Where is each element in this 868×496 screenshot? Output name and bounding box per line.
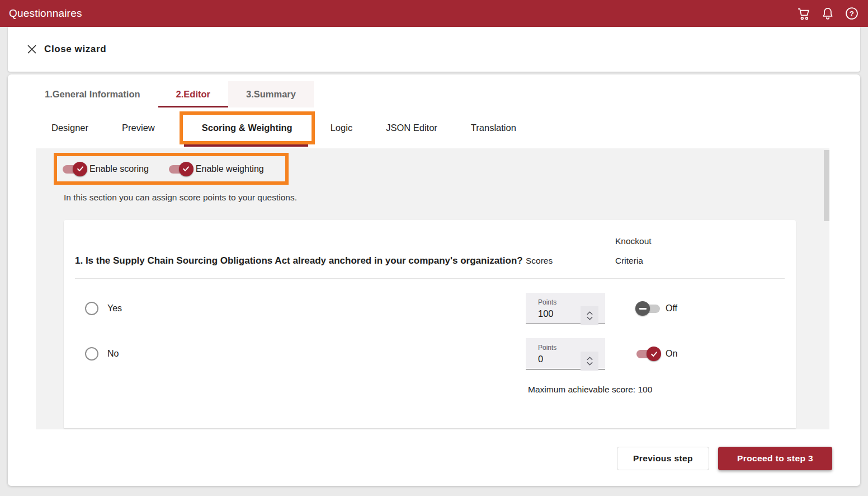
help-icon[interactable]: ? [844, 6, 859, 21]
knockout-toggle-yes[interactable]: Off [615, 303, 796, 313]
radio-option-yes[interactable]: Yes [75, 302, 526, 315]
wizard-panel: 1.General Information 2.Editor 3.Summary… [8, 74, 860, 486]
svg-text:?: ? [850, 10, 854, 18]
toggle-off-icon [636, 303, 660, 313]
question-card-header: 1. Is the Supply Chain Sourcing Obligati… [75, 231, 785, 278]
close-wizard-button[interactable]: Close wizard [27, 44, 106, 55]
points-stepper[interactable] [581, 352, 598, 371]
enable-scoring-toggle[interactable]: Enable scoring [63, 164, 149, 174]
step-tab-summary[interactable]: 3.Summary [228, 81, 314, 107]
radio-option-no[interactable]: No [75, 347, 526, 361]
option-row-yes: Yes Points 100 Off [75, 293, 785, 324]
radio-unchecked-icon [85, 347, 98, 361]
points-stepper[interactable] [581, 306, 598, 325]
wizard-header-bar: Close wizard [8, 27, 860, 72]
toggle-on-icon [636, 349, 660, 359]
close-icon [27, 44, 37, 54]
option-label: Yes [107, 303, 122, 313]
scores-column-header: Scores [526, 251, 579, 270]
knockout-state-label: On [666, 349, 677, 359]
section-description: In this section you can assign score poi… [64, 193, 829, 203]
close-wizard-label: Close wizard [44, 44, 106, 55]
editor-tabs: Designer Preview Scoring & Weighting Log… [8, 107, 860, 148]
points-input-yes[interactable]: Points 100 [526, 293, 605, 324]
tab-translation[interactable]: Translation [462, 115, 525, 141]
bell-icon[interactable] [820, 6, 835, 21]
previous-step-button[interactable]: Previous step [617, 447, 709, 470]
knockout-state-label: Off [666, 303, 677, 313]
points-field-label: Points [538, 298, 601, 306]
tab-scoring-weighting[interactable]: Scoring & Weighting [180, 111, 315, 144]
page-title: Questionnaires [9, 7, 82, 20]
proceed-to-step-3-button[interactable]: Proceed to step 3 [718, 447, 832, 470]
toggle-on-icon [169, 164, 192, 174]
radio-unchecked-icon [85, 302, 98, 315]
points-field-label: Points [538, 344, 601, 352]
tab-json-editor[interactable]: JSON Editor [377, 115, 446, 141]
enable-weighting-label: Enable weighting [196, 164, 264, 174]
step-tab-editor[interactable]: 2.Editor [158, 81, 228, 107]
max-score-text: Maximum achievable score: 100 [526, 385, 785, 395]
header-divider [75, 278, 785, 279]
wizard-steps: 1.General Information 2.Editor 3.Summary [8, 74, 860, 107]
step-tab-general-information[interactable]: 1.General Information [27, 81, 158, 107]
question-title: 1. Is the Supply Chain Sourcing Obligati… [75, 251, 526, 270]
option-row-no: No Points 0 On [75, 338, 785, 369]
toggle-on-icon [63, 164, 86, 174]
points-input-no[interactable]: Points 0 [526, 338, 605, 369]
enable-scoring-label: Enable scoring [89, 164, 149, 174]
wizard-footer: Previous step Proceed to step 3 [8, 429, 860, 470]
enable-weighting-toggle[interactable]: Enable weighting [169, 164, 264, 174]
scoring-content-area: Enable scoring Enable weighting In this … [36, 148, 829, 429]
app-bar: Questionnaires ? [0, 0, 868, 27]
content-scrollbar[interactable] [824, 150, 829, 221]
cart-icon[interactable] [796, 6, 811, 21]
max-score-row: Maximum achievable score: 100 [75, 385, 785, 395]
scoring-toggles-highlight-box: Enable scoring Enable weighting [54, 153, 289, 185]
app-bar-actions: ? [796, 6, 859, 21]
tab-preview[interactable]: Preview [113, 115, 164, 141]
tab-designer[interactable]: Designer [43, 115, 97, 141]
question-card: 1. Is the Supply Chain Sourcing Obligati… [64, 220, 796, 428]
knockout-column-header: Knockout Criteria [615, 231, 668, 270]
tab-logic[interactable]: Logic [322, 115, 361, 141]
option-label: No [107, 349, 119, 359]
knockout-toggle-no[interactable]: On [615, 349, 796, 359]
